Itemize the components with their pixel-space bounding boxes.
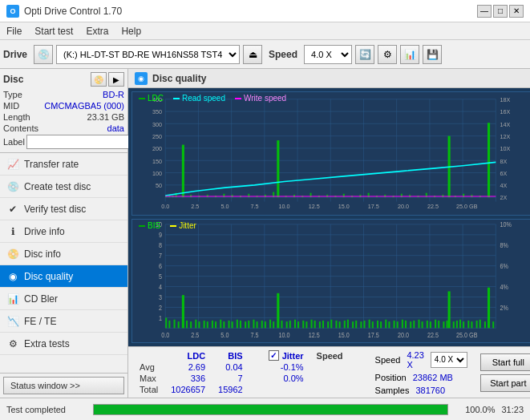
disc-icon1[interactable]: 📀 (91, 72, 107, 87)
svg-text:10.0: 10.0 (279, 332, 290, 340)
eject-button[interactable]: ⏏ (243, 45, 262, 64)
svg-text:20.0: 20.0 (398, 203, 409, 210)
nav-verify-test-disc[interactable]: ✔ Verify test disc (0, 198, 127, 220)
svg-text:9: 9 (159, 232, 162, 240)
content-area: ◉ Disc quality LDC Read speed (128, 69, 530, 398)
svg-rect-196 (394, 321, 395, 328)
svg-text:12.5: 12.5 (309, 203, 320, 210)
svg-rect-53 (182, 145, 184, 198)
disc-section-title: Disc (3, 74, 23, 85)
app-icon: O (6, 5, 19, 18)
type-value: BD-R (103, 90, 124, 99)
svg-rect-212 (456, 321, 458, 328)
nav-cd-bler[interactable]: 📊 CD Bler (0, 288, 127, 310)
svg-rect-197 (397, 321, 399, 328)
svg-rect-200 (410, 321, 411, 328)
disc-quality-title: Disc quality (152, 73, 206, 84)
svg-rect-175 (305, 321, 307, 328)
svg-text:250: 250 (152, 133, 162, 140)
svg-rect-192 (377, 321, 378, 328)
menu-file[interactable]: File (0, 24, 28, 38)
start-part-button[interactable]: Start part (480, 374, 530, 392)
nav-disc-info[interactable]: 📀 Disc info (0, 243, 127, 265)
svg-text:10%: 10% (500, 221, 512, 229)
refresh-button[interactable]: 🔄 (355, 45, 374, 64)
nav-create-test-disc[interactable]: 💿 Create test disc (0, 176, 127, 198)
svg-rect-158 (237, 320, 238, 329)
sidebar: Disc 📀 ▶ Type BD-R MID CMCMAGBA5 (000) L… (0, 69, 128, 398)
nav-extra-tests[interactable]: ⚙ Extra tests (0, 333, 127, 355)
minimize-button[interactable]: — (477, 5, 492, 18)
svg-rect-173 (297, 321, 299, 328)
drive-label: Drive (3, 49, 27, 60)
speed-info-row: Speed 4.23 X 4.0 X (375, 350, 467, 370)
svg-rect-193 (380, 321, 382, 328)
menu-extra[interactable]: Extra (79, 24, 115, 38)
svg-text:150: 150 (152, 157, 162, 164)
progress-bar-fill (94, 405, 447, 414)
close-button[interactable]: ✕ (509, 5, 524, 18)
ldc-chart-svg: 400 350 300 250 200 150 100 50 18X 16X 1… (132, 92, 530, 215)
svg-text:350: 350 (152, 108, 162, 115)
svg-text:20.0: 20.0 (398, 332, 409, 340)
svg-text:17.5: 17.5 (368, 332, 379, 340)
speed-current: 4.23 X (407, 350, 423, 370)
svg-rect-203 (422, 321, 423, 328)
svg-rect-167 (273, 321, 274, 328)
svg-text:3: 3 (159, 294, 162, 302)
status-window-btn[interactable]: Status window >> (3, 377, 124, 394)
svg-rect-195 (388, 321, 390, 328)
svg-rect-208 (443, 321, 444, 328)
svg-rect-219 (484, 321, 486, 328)
svg-rect-186 (352, 321, 354, 328)
export-button[interactable]: 📊 (400, 45, 419, 64)
drive-select[interactable]: (K:) HL-DT-ST BD-RE WH16NS58 TST4 (56, 45, 240, 64)
speed-col-header: Speed (310, 349, 350, 361)
svg-rect-181 (330, 320, 332, 329)
maximize-button[interactable]: □ (493, 5, 508, 18)
position-row: Position 23862 MB (375, 373, 467, 382)
type-label: Type (3, 90, 22, 99)
nav-disc-quality[interactable]: ◉ Disc quality (0, 265, 127, 288)
menu-start-test[interactable]: Start test (28, 24, 79, 38)
svg-text:0.0: 0.0 (161, 203, 169, 210)
speed-select[interactable]: 4.0 X (304, 45, 352, 64)
chart2-legend: BIS Jitter (139, 221, 196, 230)
svg-rect-184 (344, 321, 346, 328)
svg-rect-211 (453, 321, 455, 328)
menu-help[interactable]: Help (115, 24, 148, 38)
svg-rect-215 (467, 321, 469, 328)
disc-quality-header: ◉ Disc quality (128, 69, 530, 88)
svg-rect-142 (168, 321, 170, 328)
svg-text:4: 4 (159, 284, 163, 292)
svg-text:25.0 GB: 25.0 GB (456, 332, 477, 340)
svg-rect-194 (385, 320, 386, 329)
svg-rect-160 (245, 321, 246, 328)
avg-ldc: 2.69 (164, 361, 212, 373)
disc-icon2[interactable]: ▶ (108, 72, 124, 87)
disc-quality-icon: ◉ (135, 72, 148, 85)
nav-fe-te[interactable]: 📉 FE / TE (0, 310, 127, 333)
label-input[interactable] (26, 135, 133, 149)
svg-rect-180 (327, 321, 329, 328)
speed-selector[interactable]: 4.0 X (431, 352, 467, 368)
statusbar: Test completed 100.0% 31:23 (0, 398, 530, 420)
svg-text:1: 1 (159, 314, 162, 322)
svg-text:8X: 8X (500, 157, 507, 164)
svg-text:6: 6 (159, 263, 162, 271)
window-controls: — □ ✕ (477, 5, 524, 18)
progress-percent: 100.0% (455, 405, 495, 414)
svg-rect-207 (438, 321, 439, 328)
svg-rect-166 (269, 320, 271, 329)
jitter-checkbox[interactable]: ✓ (269, 350, 279, 361)
drive-icon-btn[interactable]: 💿 (34, 45, 53, 64)
svg-text:7: 7 (159, 252, 162, 260)
nav-drive-info[interactable]: ℹ Drive info (0, 220, 127, 243)
nav-transfer-rate[interactable]: 📈 Transfer rate (0, 153, 127, 176)
settings-button[interactable]: ⚙ (378, 45, 397, 64)
save-button[interactable]: 💾 (423, 45, 442, 64)
svg-rect-205 (430, 321, 431, 328)
start-full-button[interactable]: Start full (480, 353, 530, 371)
svg-text:5.0: 5.0 (220, 332, 229, 340)
svg-rect-185 (347, 320, 349, 329)
